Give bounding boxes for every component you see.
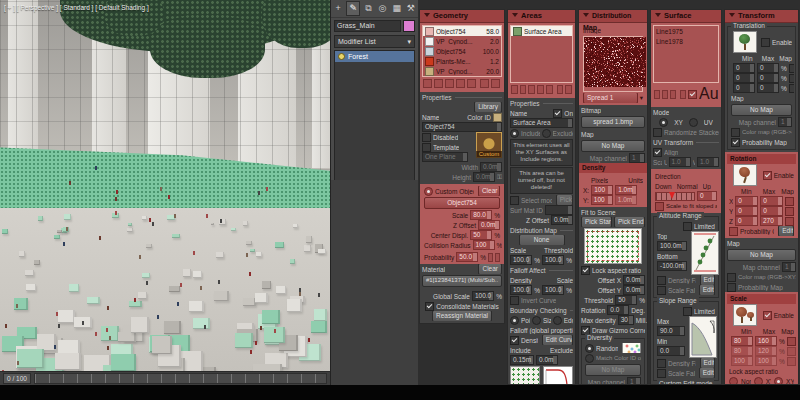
exclude-radio[interactable] bbox=[542, 129, 551, 138]
rotation-enable-checkbox[interactable] bbox=[763, 171, 772, 180]
density-include-input[interactable]: 0.15m bbox=[510, 355, 534, 365]
tx-max-input[interactable]: 0 bbox=[757, 63, 779, 73]
slope-scale-falloff-checkbox[interactable] bbox=[657, 369, 666, 378]
ty-map-checkbox[interactable] bbox=[789, 74, 794, 83]
surface-item[interactable]: Line1975 bbox=[654, 26, 718, 36]
area-z-offset-input[interactable]: 0.0m bbox=[551, 215, 573, 225]
altitude-scale-edit-button[interactable]: Edit bbox=[699, 285, 715, 295]
slope-min-input[interactable]: 0.0 bbox=[657, 346, 685, 356]
object-area-icon[interactable] bbox=[546, 85, 553, 94]
probability-map-icon[interactable] bbox=[488, 253, 493, 262]
object-color-swatch[interactable] bbox=[403, 20, 415, 32]
material-clear-button[interactable]: Clear bbox=[478, 264, 502, 274]
add-item-icon[interactable] bbox=[423, 79, 432, 88]
motion-tab-icon[interactable]: ◎ bbox=[377, 2, 389, 15]
slope-scale-edit-button[interactable]: Edit bbox=[699, 368, 715, 378]
translation-map-button[interactable]: No Map bbox=[731, 104, 792, 116]
move-down-icon[interactable] bbox=[491, 79, 500, 88]
density-edit-curve-button[interactable]: Edit Curve bbox=[542, 335, 573, 345]
width-input[interactable]: 0.0m bbox=[480, 162, 502, 172]
direction-value-input[interactable]: 0 bbox=[697, 191, 717, 201]
auto-checkbox[interactable] bbox=[688, 90, 697, 99]
refresh-icon[interactable] bbox=[680, 90, 686, 99]
boundary-point-radio[interactable] bbox=[510, 316, 519, 325]
altitude-density-falloff-checkbox[interactable] bbox=[657, 276, 666, 285]
altitude-top-input[interactable]: 100.0m bbox=[657, 241, 687, 251]
move-up-icon[interactable] bbox=[480, 79, 489, 88]
modifier-list-dropdown[interactable]: Modifier List▾ bbox=[334, 35, 415, 48]
global-scale-input[interactable]: 100.0 bbox=[472, 291, 494, 301]
sy-max-input[interactable]: 120 bbox=[755, 346, 777, 356]
altitude-limited-checkbox[interactable] bbox=[683, 222, 692, 231]
pick-models-button[interactable]: Pick bbox=[556, 195, 573, 205]
display-tab-icon[interactable]: ▦ bbox=[391, 2, 403, 15]
rotation-map-button[interactable]: No Map bbox=[727, 249, 796, 261]
area-up-icon[interactable] bbox=[557, 85, 564, 94]
spread-dropdown[interactable]: Spread 1 bbox=[583, 93, 638, 103]
area-scale-input[interactable]: 100.0 bbox=[510, 255, 532, 265]
xy-mode-radio[interactable] bbox=[659, 118, 668, 127]
area-name-input[interactable]: Surface Area bbox=[510, 118, 573, 128]
density-exclude-input[interactable]: 0.0m bbox=[536, 355, 558, 365]
probability-input[interactable]: 50.0 bbox=[456, 252, 478, 262]
library-item-icon[interactable] bbox=[456, 79, 465, 88]
altitude-scale-falloff-checkbox[interactable] bbox=[657, 286, 666, 295]
remove-surface-icon[interactable] bbox=[662, 90, 668, 99]
boundary-edge-radio[interactable] bbox=[553, 316, 562, 325]
direction-slider-handle[interactable] bbox=[669, 192, 675, 199]
geometry-item[interactable]: Object75458.0 bbox=[423, 26, 501, 36]
add-area-icon[interactable] bbox=[511, 85, 518, 94]
scale-fit-checkbox[interactable] bbox=[655, 202, 664, 211]
tz-min-input[interactable]: 0 bbox=[733, 83, 755, 93]
clear-custom-object-button[interactable]: Clear bbox=[478, 186, 500, 196]
include-radio[interactable] bbox=[510, 129, 519, 138]
pick-surface-icon[interactable] bbox=[670, 90, 676, 99]
rotation-input[interactable]: 0.0 bbox=[607, 305, 629, 315]
align-checkbox[interactable] bbox=[653, 148, 662, 157]
sx-min-input[interactable]: 80 bbox=[731, 336, 753, 346]
probability-curve-icon[interactable] bbox=[495, 253, 500, 262]
rotation-map-channel-input[interactable]: 1 bbox=[782, 262, 796, 272]
offset-x-input[interactable]: 0.0m bbox=[623, 275, 645, 285]
create-tab-icon[interactable]: + bbox=[332, 2, 344, 15]
rz-map-checkbox[interactable] bbox=[785, 217, 794, 226]
surface-rollout-title[interactable]: Surface bbox=[651, 10, 721, 23]
modifier-enable-bulb-icon[interactable] bbox=[338, 53, 345, 60]
rx-max-input[interactable]: 0 bbox=[760, 196, 783, 206]
units-x-input[interactable]: 1.0m bbox=[615, 185, 637, 195]
rx-map-checkbox[interactable] bbox=[785, 197, 794, 206]
random-radio[interactable] bbox=[585, 344, 594, 353]
units-y-input[interactable]: 1.0m bbox=[615, 195, 637, 205]
falloff-density-input[interactable]: 100.0 bbox=[510, 285, 532, 295]
remove-area-icon[interactable] bbox=[520, 85, 527, 94]
pixels-y-input[interactable]: 100 bbox=[591, 195, 613, 205]
altitude-bottom-input[interactable]: -100.0m bbox=[657, 261, 687, 271]
remove-item-icon[interactable] bbox=[434, 79, 443, 88]
boundary-size-radio[interactable] bbox=[532, 316, 541, 325]
add-surface-icon[interactable] bbox=[654, 90, 660, 99]
area-item[interactable]: Surface Area bbox=[511, 26, 572, 36]
ry-max-input[interactable]: 0 bbox=[760, 206, 783, 216]
distribution-rollout-title[interactable]: Distribution Map bbox=[579, 10, 647, 23]
center-displ-input[interactable]: 50 bbox=[470, 230, 492, 240]
sz-max-input[interactable]: 100 bbox=[755, 356, 777, 366]
pick-start-button[interactable]: Pick Start bbox=[581, 217, 612, 227]
threshold-input[interactable]: 50 bbox=[615, 295, 637, 305]
custom-object-pick-button[interactable]: Object754 bbox=[424, 197, 500, 209]
geometry-name-input[interactable]: Object754 bbox=[422, 122, 502, 132]
scale-enable-checkbox[interactable] bbox=[763, 311, 772, 320]
utilities-tab-icon[interactable]: ⚒ bbox=[405, 2, 417, 15]
rz-min-input[interactable]: 0 bbox=[735, 216, 758, 226]
tx-min-input[interactable]: 0 bbox=[733, 63, 755, 73]
uv-scale-v-input[interactable]: 1.0 bbox=[697, 157, 719, 167]
diversity-map-button[interactable]: No Map bbox=[585, 364, 641, 376]
randomize-stacked-checkbox[interactable] bbox=[653, 128, 662, 137]
tz-max-input[interactable]: 0 bbox=[757, 83, 779, 93]
spline-area-icon[interactable] bbox=[537, 85, 544, 94]
consolidate-materials-checkbox[interactable] bbox=[425, 302, 434, 311]
geometry-rollout-title[interactable]: Geometry bbox=[420, 10, 504, 23]
translation-probability-map-checkbox[interactable] bbox=[731, 138, 740, 147]
area-on-checkbox[interactable] bbox=[553, 109, 562, 118]
areas-rollout-title[interactable]: Areas bbox=[508, 10, 575, 23]
pixels-x-input[interactable]: 100 bbox=[591, 185, 613, 195]
